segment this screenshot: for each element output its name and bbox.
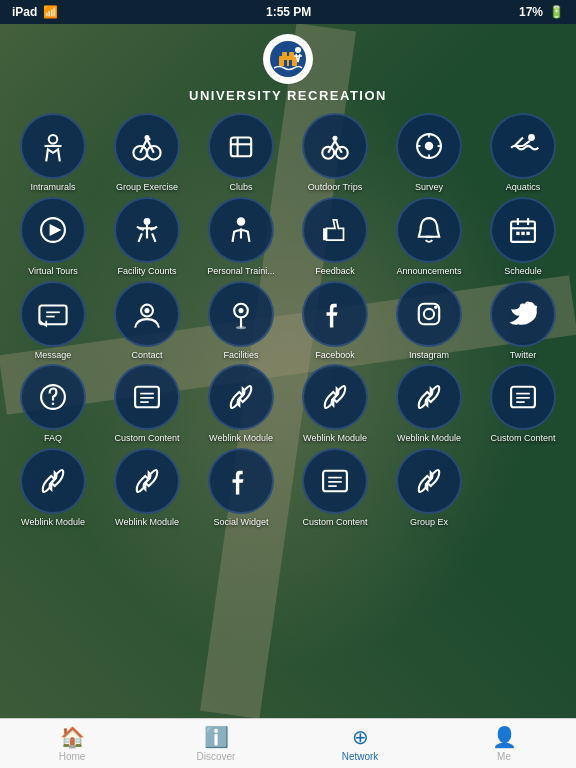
icon-label-instagram: Instagram bbox=[409, 350, 449, 361]
svg-point-7 bbox=[49, 135, 58, 144]
tab-home[interactable]: 🏠 Home bbox=[0, 719, 144, 768]
icon-item-feedback[interactable]: Feedback bbox=[290, 197, 380, 277]
icon-circle-weblink3 bbox=[396, 364, 462, 430]
icon-label-clubs: Clubs bbox=[229, 182, 252, 193]
icon-label-faq: FAQ bbox=[44, 433, 62, 444]
icon-circle-custom-content3 bbox=[302, 448, 368, 514]
icon-item-personal-training[interactable]: Personal Traini... bbox=[196, 197, 286, 277]
svg-point-54 bbox=[434, 305, 437, 308]
tab-discover[interactable]: ℹ️ Discover bbox=[144, 719, 288, 768]
icon-item-intramurals[interactable]: Intramurals bbox=[8, 113, 98, 193]
svg-rect-35 bbox=[323, 228, 326, 240]
icon-circle-announcements bbox=[396, 197, 462, 263]
icon-circle-weblink5 bbox=[114, 448, 180, 514]
svg-point-23 bbox=[528, 134, 535, 141]
icon-label-announcements: Announcements bbox=[396, 266, 461, 277]
icon-item-virtual-tours[interactable]: Virtual Tours bbox=[8, 197, 98, 277]
icon-circle-aquatics bbox=[490, 113, 556, 179]
tab-network[interactable]: ⊕ Network bbox=[288, 719, 432, 768]
svg-point-53 bbox=[424, 308, 434, 318]
icon-circle-clubs bbox=[208, 113, 274, 179]
battery-icon: 🔋 bbox=[549, 5, 564, 19]
svg-line-29 bbox=[139, 233, 142, 242]
icon-circle-faq bbox=[20, 364, 86, 430]
icon-item-survey[interactable]: Survey bbox=[384, 113, 474, 193]
icon-label-virtual-tours: Virtual Tours bbox=[28, 266, 78, 277]
icon-item-aquatics[interactable]: Aquatics bbox=[478, 113, 568, 193]
icon-circle-social-widget bbox=[208, 448, 274, 514]
icon-item-weblink4[interactable]: Weblink Module bbox=[8, 448, 98, 528]
svg-point-6 bbox=[295, 47, 301, 53]
icon-item-custom-content2[interactable]: Custom Content bbox=[478, 364, 568, 444]
icon-item-group-ex[interactable]: Group Ex bbox=[384, 448, 474, 528]
icon-item-message[interactable]: Message bbox=[8, 281, 98, 361]
svg-rect-43 bbox=[526, 231, 529, 234]
svg-point-8 bbox=[133, 146, 147, 160]
icon-item-contact[interactable]: Contact bbox=[102, 281, 192, 361]
icon-item-social-widget[interactable]: Social Widget bbox=[196, 448, 286, 528]
icon-item-weblink3[interactable]: Weblink Module bbox=[384, 364, 474, 444]
svg-point-33 bbox=[237, 217, 246, 226]
icon-label-outdoor-trips: Outdoor Trips bbox=[308, 182, 363, 193]
svg-point-18 bbox=[425, 142, 434, 151]
icon-circle-group-ex bbox=[396, 448, 462, 514]
icon-item-facility-counts[interactable]: Facility Counts bbox=[102, 197, 192, 277]
svg-point-26 bbox=[144, 218, 151, 225]
icon-item-faq[interactable]: FAQ bbox=[8, 364, 98, 444]
icon-item-announcements[interactable]: Announcements bbox=[384, 197, 474, 277]
me-icon: 👤 bbox=[492, 725, 517, 749]
icon-circle-outdoor-trips bbox=[302, 113, 368, 179]
svg-rect-44 bbox=[39, 305, 66, 324]
icon-grid: IntramuralsGroup ExerciseClubsOutdoor Tr… bbox=[0, 109, 576, 532]
icon-label-custom-content1: Custom Content bbox=[114, 433, 179, 444]
icon-item-instagram[interactable]: Instagram bbox=[384, 281, 474, 361]
icon-circle-instagram bbox=[396, 281, 462, 347]
tab-discover-label: Discover bbox=[197, 751, 236, 762]
icon-item-weblink5[interactable]: Weblink Module bbox=[102, 448, 192, 528]
icon-item-custom-content1[interactable]: Custom Content bbox=[102, 364, 192, 444]
icon-label-group-exercise: Group Exercise bbox=[116, 182, 178, 193]
icon-label-weblink4: Weblink Module bbox=[21, 517, 85, 528]
tab-bar: 🏠 Home ℹ️ Discover ⊕ Network 👤 Me bbox=[0, 718, 576, 768]
icon-item-weblink2[interactable]: Weblink Module bbox=[290, 364, 380, 444]
svg-point-10 bbox=[144, 135, 149, 140]
status-left: iPad 📶 bbox=[12, 5, 58, 19]
svg-rect-3 bbox=[289, 52, 294, 58]
icon-circle-contact bbox=[114, 281, 180, 347]
icon-item-outdoor-trips[interactable]: Outdoor Trips bbox=[290, 113, 380, 193]
svg-rect-37 bbox=[511, 221, 535, 241]
icon-circle-custom-content1 bbox=[114, 364, 180, 430]
icon-circle-message bbox=[20, 281, 86, 347]
icon-item-weblink1[interactable]: Weblink Module bbox=[196, 364, 286, 444]
svg-point-50 bbox=[238, 308, 243, 313]
icon-circle-facilities bbox=[208, 281, 274, 347]
icon-item-twitter[interactable]: Twitter bbox=[478, 281, 568, 361]
icon-label-custom-content2: Custom Content bbox=[490, 433, 555, 444]
icon-label-weblink5: Weblink Module bbox=[115, 517, 179, 528]
icon-item-custom-content3[interactable]: Custom Content bbox=[290, 448, 380, 528]
icon-label-weblink2: Weblink Module bbox=[303, 433, 367, 444]
icon-circle-twitter bbox=[490, 281, 556, 347]
svg-point-56 bbox=[52, 403, 55, 406]
tab-home-label: Home bbox=[59, 751, 86, 762]
svg-rect-41 bbox=[516, 231, 519, 234]
icon-label-social-widget: Social Widget bbox=[213, 517, 268, 528]
icon-circle-weblink1 bbox=[208, 364, 274, 430]
icon-label-facilities: Facilities bbox=[223, 350, 258, 361]
icon-label-facility-counts: Facility Counts bbox=[117, 266, 176, 277]
icon-item-group-exercise[interactable]: Group Exercise bbox=[102, 113, 192, 193]
icon-label-weblink1: Weblink Module bbox=[209, 433, 273, 444]
icon-label-survey: Survey bbox=[415, 182, 443, 193]
icon-item-clubs[interactable]: Clubs bbox=[196, 113, 286, 193]
svg-rect-5 bbox=[289, 60, 292, 66]
time-label: 1:55 PM bbox=[266, 5, 311, 19]
status-bar: iPad 📶 1:55 PM 17% 🔋 bbox=[0, 0, 576, 24]
svg-marker-25 bbox=[50, 224, 62, 236]
icon-item-facilities[interactable]: Facilities bbox=[196, 281, 286, 361]
icon-item-facebook[interactable]: Facebook bbox=[290, 281, 380, 361]
icon-label-personal-training: Personal Traini... bbox=[207, 266, 275, 277]
status-right: 17% 🔋 bbox=[519, 5, 564, 19]
tab-me[interactable]: 👤 Me bbox=[432, 719, 576, 768]
app-header: UNIVERSITY RECREATION bbox=[189, 24, 387, 109]
icon-item-schedule[interactable]: Schedule bbox=[478, 197, 568, 277]
